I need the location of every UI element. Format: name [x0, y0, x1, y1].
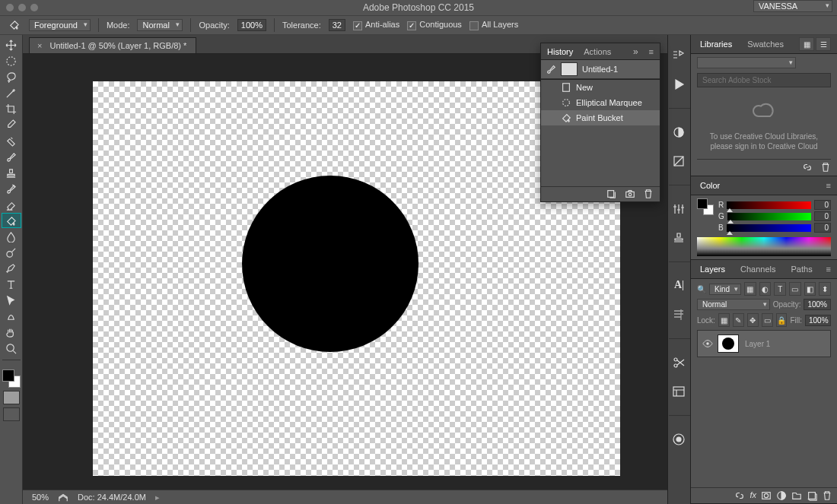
zoom-level[interactable]: 50%	[32, 493, 49, 502]
filter-toggle[interactable]: ⬍	[819, 282, 831, 296]
lock-all-icon[interactable]: 🔒	[776, 313, 788, 327]
shape-tool[interactable]	[2, 309, 21, 324]
layer-opacity-value[interactable]: 100%	[804, 299, 831, 310]
panel-menu-icon[interactable]: ≡	[826, 265, 831, 274]
timeline-icon[interactable]	[672, 433, 687, 446]
mask-icon[interactable]	[761, 490, 772, 501]
paths-tab[interactable]: Paths	[788, 262, 816, 276]
layer-row[interactable]: Layer 1	[697, 330, 831, 357]
contiguous-checkbox[interactable]	[407, 21, 416, 30]
trash-icon[interactable]	[820, 162, 831, 173]
panel-menu-icon[interactable]: ≡	[826, 181, 831, 190]
blur-tool[interactable]	[2, 229, 21, 244]
snapshot-icon[interactable]	[625, 189, 635, 199]
brush-tool[interactable]	[2, 149, 21, 164]
window-controls[interactable]	[6, 4, 38, 11]
filter-image-icon[interactable]: ▦	[744, 282, 756, 296]
color-swatches[interactable]	[2, 369, 21, 388]
filter-shape-icon[interactable]: ▭	[789, 282, 801, 296]
brush-presets-icon[interactable]	[672, 49, 687, 62]
fg-bg-swatch[interactable]	[697, 198, 714, 215]
b-slider[interactable]	[727, 224, 811, 232]
history-step[interactable]: New	[541, 80, 660, 95]
history-step[interactable]: Elliptical Marquee	[541, 95, 660, 110]
filter-kind-dropdown[interactable]: Kind	[709, 284, 741, 295]
workspace-dropdown[interactable]: VANESSA	[753, 0, 832, 12]
brush-settings-icon[interactable]	[672, 202, 687, 216]
lasso-tool[interactable]	[2, 69, 21, 84]
lock-pos-icon[interactable]: ✥	[747, 313, 759, 327]
bucket-tool[interactable]	[2, 213, 21, 228]
crop-tool[interactable]	[2, 101, 21, 116]
adjustment-icon[interactable]	[776, 490, 787, 501]
library-dropdown[interactable]	[697, 57, 796, 68]
history-brush-tool[interactable]	[2, 181, 21, 196]
r-slider[interactable]	[727, 201, 811, 209]
g-value[interactable]: 0	[814, 211, 831, 221]
wand-tool[interactable]	[2, 85, 21, 100]
dodge-tool[interactable]	[2, 245, 21, 260]
link-layers-icon[interactable]	[734, 490, 745, 501]
history-tab[interactable]: History	[547, 47, 573, 56]
tolerance-value[interactable]: 32	[329, 19, 345, 31]
styles-icon[interactable]	[672, 154, 687, 168]
adjustments-icon[interactable]	[672, 125, 687, 139]
quick-mask-toggle[interactable]	[3, 391, 20, 404]
lock-artboard-icon[interactable]: ▭	[762, 313, 773, 327]
r-value[interactable]: 0	[814, 200, 831, 210]
scissors-icon[interactable]	[672, 356, 687, 369]
clone-source-icon[interactable]	[672, 231, 687, 245]
eyedropper-tool[interactable]	[2, 117, 21, 132]
expose-icon[interactable]	[58, 492, 68, 502]
history-step[interactable]: Paint Bucket	[541, 110, 660, 125]
stamp-tool[interactable]	[2, 165, 21, 180]
channels-tab[interactable]: Channels	[737, 262, 778, 276]
b-value[interactable]: 0	[814, 223, 831, 233]
libraries-tab[interactable]: Libraries	[697, 37, 735, 51]
fx-icon[interactable]: fx	[749, 490, 756, 501]
blend-mode-dropdown[interactable]: Normal	[137, 19, 183, 31]
new-layer-icon[interactable]	[807, 490, 817, 501]
filter-smart-icon[interactable]: ◧	[804, 282, 816, 296]
delete-state-icon[interactable]	[643, 189, 654, 199]
eraser-tool[interactable]	[2, 197, 21, 212]
layers-tab[interactable]: Layers	[697, 262, 728, 276]
grid-view-icon[interactable]: ▦	[799, 37, 814, 51]
marquee-tool[interactable]	[2, 53, 21, 68]
paragraph-icon[interactable]	[672, 308, 687, 322]
swatches-tab[interactable]: Swatches	[744, 37, 787, 51]
lock-trans-icon[interactable]: ▦	[718, 313, 730, 327]
zoom-tool[interactable]	[2, 341, 21, 356]
play-icon[interactable]	[672, 78, 687, 91]
panel-menu-icon[interactable]: ≡	[649, 47, 654, 56]
character-icon[interactable]: A|	[672, 279, 687, 293]
color-spectrum[interactable]	[697, 237, 831, 256]
close-tab-icon[interactable]: ×	[37, 41, 42, 50]
blend-mode-dropdown[interactable]: Normal	[697, 299, 770, 310]
color-tab[interactable]: Color	[697, 179, 723, 192]
visibility-icon[interactable]	[702, 338, 713, 349]
all-layers-checkbox[interactable]	[469, 21, 479, 30]
delete-layer-icon[interactable]	[822, 490, 832, 501]
move-tool[interactable]	[2, 37, 21, 52]
hand-tool[interactable]	[2, 325, 21, 340]
properties-icon[interactable]	[672, 385, 687, 398]
actions-tab[interactable]: Actions	[584, 47, 611, 56]
screen-mode-toggle[interactable]	[3, 407, 20, 421]
new-doc-from-state-icon[interactable]	[606, 189, 617, 199]
fill-value[interactable]: 100%	[805, 315, 831, 326]
layer-name[interactable]: Layer 1	[745, 340, 770, 348]
pen-tool[interactable]	[2, 261, 21, 276]
document-tab[interactable]: × Untitled-1 @ 50% (Layer 1, RGB/8) *	[29, 37, 196, 53]
antialias-checkbox[interactable]	[353, 21, 362, 30]
filter-adjust-icon[interactable]: ◐	[759, 282, 772, 296]
g-slider[interactable]	[727, 213, 811, 220]
filter-type-icon[interactable]: T	[774, 282, 786, 296]
link-icon[interactable]	[802, 162, 813, 173]
path-select-tool[interactable]	[2, 293, 21, 308]
group-icon[interactable]	[791, 490, 802, 501]
type-tool[interactable]	[2, 277, 21, 292]
lock-paint-icon[interactable]: ✎	[733, 313, 744, 327]
history-snapshot[interactable]: Untitled-1	[541, 60, 660, 79]
doc-size[interactable]: Doc: 24.4M/24.0M	[78, 493, 146, 502]
